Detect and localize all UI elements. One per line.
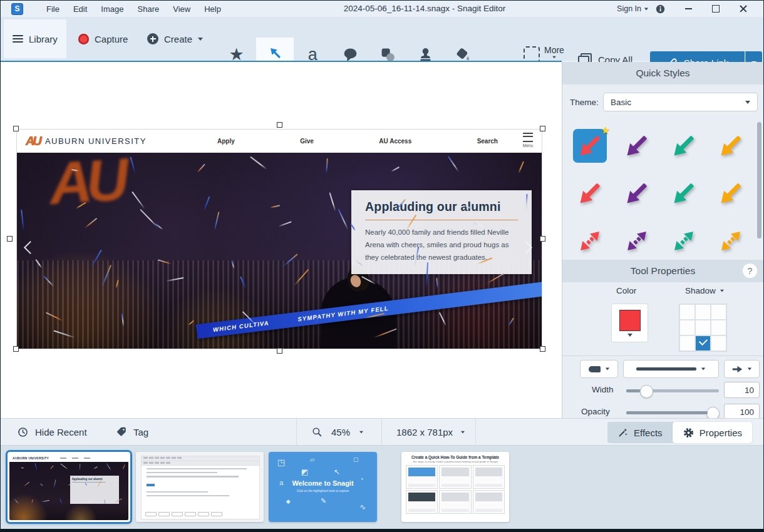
library-button[interactable]: Library [4,19,66,58]
quick-style-amber-solid[interactable] [707,170,754,217]
quick-style-red-dashed-double[interactable] [566,217,613,265]
width-slider-handle[interactable] [640,385,653,398]
zoom-value: 45% [331,427,350,437]
capture-button[interactable]: Capture [70,19,137,58]
shadow-cell-6[interactable] [679,335,695,351]
quick-style-teal-solid[interactable] [660,170,707,217]
sign-in-caret-icon[interactable] [644,8,648,10]
create-button[interactable]: Create [138,19,212,58]
menu-file[interactable]: File [39,2,66,16]
thumbnail-welcome-snagit[interactable]: Welcome to Snagit Click on the highlight… [269,452,377,522]
selection-handle[interactable] [13,346,19,352]
menu-share[interactable]: Share [131,2,167,16]
shadow-label: Shadow [685,286,716,295]
section-divider [562,356,763,356]
selection-handle[interactable] [277,348,282,354]
shadow-cell-4[interactable] [695,320,711,335]
thumbnail-document-capture[interactable] [136,452,264,522]
current-color-chip [619,310,641,331]
color-swatch-button[interactable] [611,304,648,342]
favorite-star-icon: ★ [601,124,610,137]
thumbnail-tool-icon: ✎ [321,497,326,505]
selection-handle[interactable] [277,122,282,128]
maximize-icon [712,5,720,13]
menu-image[interactable]: Image [94,2,130,16]
menu-edit[interactable]: Edit [66,2,94,16]
quick-style-amber-solid[interactable] [707,122,754,170]
thumbnail-tool-icon: ↖ [334,468,340,476]
line-end-style-button[interactable] [724,360,760,378]
capture-record-icon [78,34,89,44]
shadow-cell-8[interactable] [711,335,726,351]
create-label: Create [164,34,192,44]
info-icon[interactable] [655,4,666,14]
shape-icon [380,47,396,63]
capture-nav-apply: Apply [217,138,235,145]
effects-button[interactable]: Effects [607,422,673,443]
hero-rule [365,220,518,220]
theme-caret-icon [745,101,750,104]
help-icon[interactable]: ? [743,263,757,278]
selection-handle[interactable] [540,126,545,131]
right-panel: Quick Styles Theme: Basic ★ Tool Propert… [562,62,763,418]
sign-in-button[interactable]: Sign In [614,4,644,13]
properties-button[interactable]: Properties [673,422,752,443]
zoom-caret-icon [359,431,363,433]
quick-style-amber-dashed-double[interactable] [707,217,754,265]
shadow-cell-3[interactable] [679,320,695,335]
hero-card: Applauding our alumni Nearly 40,000 fami… [351,190,532,274]
auburn-logo: AU [26,134,40,148]
minimize-button[interactable] [674,1,702,16]
quick-style-red-solid-selected[interactable]: ★ [566,122,613,170]
editing-canvas[interactable]: AU AUBURN UNIVERSITY ApplyGiveAU AccessS… [1,62,562,418]
theme-select[interactable]: Basic [603,93,758,111]
window-title: 2024-05-06_16-11-14.snagx - Snagit Edito… [344,4,506,13]
selection-handle[interactable] [13,126,19,131]
quick-style-purple-solid[interactable] [613,170,660,217]
arrow-tool-icon [267,44,284,61]
tag-button[interactable]: Tag [116,419,148,445]
auburn-brand-text: AUBURN UNIVERSITY [45,136,147,146]
captured-image-object[interactable]: AU AUBURN UNIVERSITY ApplyGiveAU AccessS… [16,129,542,349]
quick-style-teal-dashed-double[interactable] [660,217,707,265]
close-button[interactable] [730,1,757,16]
quick-style-purple-solid[interactable] [613,122,660,170]
zoom-control[interactable]: 45% [311,419,364,445]
quick-style-purple-dashed-double[interactable] [613,217,660,265]
more-button[interactable]: More [544,45,564,59]
quick-style-red-solid[interactable] [566,170,613,217]
menu-help[interactable]: Help [197,2,228,16]
shadow-cell-1[interactable] [695,304,711,320]
line-start-style-button[interactable] [580,360,618,378]
shadow-cell-7-checked[interactable] [695,335,711,351]
hide-recent-button[interactable]: Hide Recent [17,419,87,445]
menu-view[interactable]: View [166,2,197,16]
selection-handle[interactable] [540,236,545,242]
panel-scrollbar-thumb[interactable] [757,122,761,238]
color-caret-icon [627,334,632,337]
color-label: Color [616,286,636,295]
shadow-cell-5[interactable] [711,320,726,335]
opacity-slider[interactable] [626,411,719,414]
thumbnail-template-guide[interactable]: Create a Quick How-To Guide from a Templ… [401,452,509,522]
width-slider[interactable] [626,389,719,392]
shadow-label-row[interactable]: Shadow [685,286,725,295]
selection-handle[interactable] [540,346,545,352]
width-input[interactable] [724,382,760,398]
selection-handle[interactable] [7,236,13,242]
shadow-cell-2[interactable] [711,304,726,320]
quick-style-teal-solid[interactable] [660,122,707,170]
thumbnail-tool-icon: ◳ [277,458,285,467]
thumbnail-current-capture[interactable]: AUBURN UNIVERSITY Applauding our alumni [6,450,132,524]
tag-icon [116,426,127,437]
shadow-cell-0[interactable] [679,304,695,320]
dimensions-control[interactable]: 1862 x 781px [396,419,465,445]
thumbnail-tool-icon: ◆ [286,498,291,504]
more-caret-icon [552,56,556,59]
theme-value: Basic [611,98,631,107]
menu-bar: FileEditImageShareViewHelp [39,2,228,16]
line-style-icon [636,367,696,371]
line-start-icon [589,366,601,372]
line-style-button[interactable] [623,360,719,378]
maximize-button[interactable] [702,1,730,16]
